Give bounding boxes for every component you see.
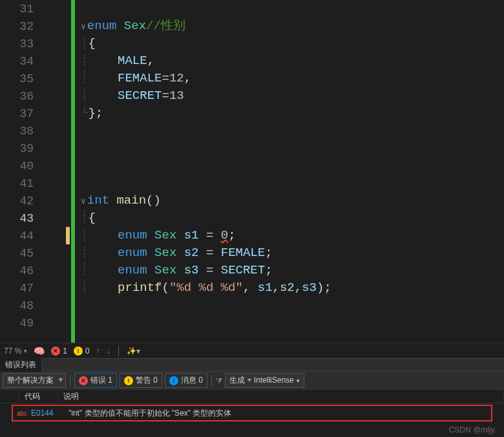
- error-code: E0144: [31, 409, 68, 418]
- code-line[interactable]: [81, 157, 504, 175]
- code-content[interactable]: ∨enum Sex//性别┊{┊ MALE,┊ FEMALE=12,┊ SECR…: [61, 0, 504, 343]
- gutter: 31323334353637383940414243444546474849: [0, 0, 61, 343]
- filter-warnings[interactable]: ! 警告 0: [120, 373, 162, 388]
- scope-dropdown[interactable]: 整个解决方案: [3, 373, 66, 388]
- nav-up-icon[interactable]: ↑: [96, 346, 100, 356]
- code-line[interactable]: ┊{: [81, 35, 504, 52]
- code-line[interactable]: └};: [81, 105, 504, 122]
- code-line[interactable]: [81, 314, 504, 332]
- code-line[interactable]: [81, 297, 504, 314]
- warning-count[interactable]: ! 0: [74, 346, 90, 356]
- intellisense-icon[interactable]: 🧠: [34, 346, 45, 356]
- code-editor[interactable]: 31323334353637383940414243444546474849 ∨…: [0, 0, 504, 343]
- header-description[interactable]: 说明: [58, 390, 504, 403]
- code-line[interactable]: ∨int main(): [81, 192, 504, 209]
- error-icon: ✕: [79, 376, 88, 385]
- editor-status-bar: 77 % ▾ 🧠 ✕ 1 ! 0 ↑ ↓ ✨▾: [0, 343, 504, 358]
- code-line[interactable]: ┊ enum Sex s2 = FEMALE;: [81, 244, 504, 262]
- filter-icon[interactable]: ⧩: [216, 376, 222, 385]
- zoom-level[interactable]: 77 % ▾: [4, 346, 27, 356]
- info-icon: i: [169, 376, 178, 385]
- warning-icon: !: [124, 376, 133, 385]
- code-line[interactable]: ┊ enum Sex s3 = SECRET;: [81, 262, 504, 279]
- code-line[interactable]: ┊ MALE,: [81, 52, 504, 70]
- code-line[interactable]: ┊ enum Sex s1 = 0;: [81, 227, 504, 244]
- filter-messages[interactable]: i 消息 0: [165, 373, 207, 388]
- error-description: "int" 类型的值不能用于初始化 "Sex" 类型的实体: [68, 408, 491, 419]
- header-code[interactable]: 代码: [19, 390, 58, 403]
- filter-errors[interactable]: ✕ 错误 1: [74, 373, 117, 388]
- error-toolbar: 整个解决方案 ✕ 错误 1 ! 警告 0 i 消息 0 ⧩ 生成 + Intel…: [0, 371, 504, 389]
- code-line[interactable]: ∨enum Sex//性别: [81, 17, 504, 35]
- code-line[interactable]: ┊{: [81, 209, 504, 227]
- error-type-icon: abc: [13, 410, 31, 417]
- code-line[interactable]: [81, 0, 504, 17]
- error-row[interactable]: abc E0144 "int" 类型的值不能用于初始化 "Sex" 类型的实体: [12, 405, 492, 421]
- error-list-header: 代码 说明: [0, 389, 504, 403]
- watermark: CSDN @mljy.: [449, 425, 496, 434]
- error-count[interactable]: ✕ 1: [51, 346, 67, 356]
- wand-icon[interactable]: ✨▾: [127, 346, 140, 356]
- code-line[interactable]: ┊ FEMALE=12,: [81, 70, 504, 87]
- panel-tabs: 错误列表: [0, 358, 504, 371]
- code-line[interactable]: [81, 175, 504, 192]
- nav-down-icon[interactable]: ↓: [107, 346, 110, 356]
- code-line[interactable]: [81, 140, 504, 157]
- tab-error-list[interactable]: 错误列表: [0, 358, 42, 372]
- build-source-dropdown[interactable]: 生成 + IntelliSense ▾: [225, 373, 304, 388]
- code-line[interactable]: ┊ printf("%d %d %d", s1,s2,s3);: [81, 279, 504, 297]
- code-line[interactable]: [81, 122, 504, 140]
- code-line[interactable]: ┊ SECRET=13: [81, 87, 504, 105]
